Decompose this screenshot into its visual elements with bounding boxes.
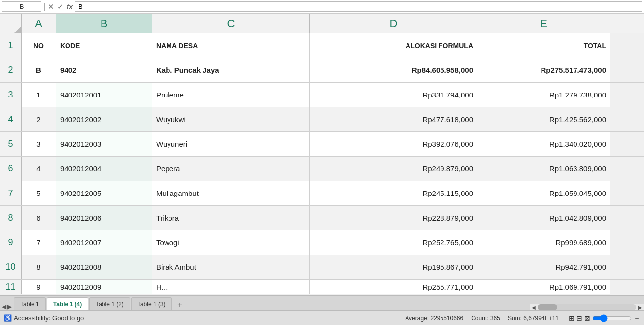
- table-row: 1089402012008Birak AmbutRp195.867,000Rp9…: [0, 255, 644, 280]
- cell-a[interactable]: 3: [22, 132, 56, 156]
- cell-c[interactable]: Trikora: [152, 206, 310, 230]
- cell-a[interactable]: B: [22, 58, 56, 82]
- row-number: 6: [0, 157, 22, 181]
- cell-e[interactable]: Rp1.059.045,000: [477, 181, 610, 205]
- cell-b[interactable]: 9402012009: [56, 280, 152, 294]
- cell-c[interactable]: Muliagambut: [152, 181, 310, 205]
- horizontal-scrollbar[interactable]: ◀ ▶: [530, 304, 644, 310]
- cell-b[interactable]: 9402012006: [56, 206, 152, 230]
- cell-b[interactable]: 9402012002: [56, 107, 152, 131]
- cell-a[interactable]: 7: [22, 230, 56, 255]
- name-box[interactable]: [2, 1, 41, 12]
- sum-stat: Sum: 6,67994E+11: [508, 315, 559, 322]
- cell-e[interactable]: Rp275.517.473,000: [477, 58, 610, 82]
- col-header-e[interactable]: E: [477, 14, 610, 33]
- cell-b[interactable]: 9402012005: [56, 181, 152, 205]
- cell-b[interactable]: 9402012001: [56, 83, 152, 107]
- cell-d[interactable]: Rp249.879,000: [310, 157, 477, 181]
- cell-c[interactable]: NAMA DESA: [152, 33, 310, 58]
- tabs-bar: ◀ ▶ Table 1 Table 1 (4) Table 1 (2) Tabl…: [0, 295, 644, 310]
- cell-e[interactable]: TOTAL: [477, 33, 610, 58]
- cell-a[interactable]: 2: [22, 107, 56, 131]
- cell-a[interactable]: 5: [22, 181, 56, 205]
- table-row: 979402012007TowogiRp252.765,000Rp999.689…: [0, 230, 644, 255]
- cell-b[interactable]: 9402012003: [56, 132, 152, 156]
- col-header-a[interactable]: A: [22, 14, 56, 33]
- cell-a[interactable]: 1: [22, 83, 56, 107]
- cell-c[interactable]: Pruleme: [152, 83, 310, 107]
- row-number: 11: [0, 280, 22, 294]
- cell-a[interactable]: 4: [22, 157, 56, 181]
- row-number: 5: [0, 132, 22, 156]
- cell-d[interactable]: Rp255.771,000: [310, 280, 477, 294]
- scroll-track[interactable]: [538, 304, 636, 310]
- formula-bar: | ✕ ✓ fx: [0, 0, 644, 14]
- cell-c[interactable]: H...: [152, 280, 310, 294]
- cell-c[interactable]: Kab. Puncak Jaya: [152, 58, 310, 82]
- cell-a[interactable]: 8: [22, 255, 56, 279]
- cell-b[interactable]: 9402: [56, 58, 152, 82]
- cell-e[interactable]: Rp1.279.738,000: [477, 83, 610, 107]
- cell-b[interactable]: 9402012008: [56, 255, 152, 279]
- table-row: 869402012006TrikoraRp228.879,000Rp1.042.…: [0, 206, 644, 230]
- cell-b[interactable]: 9402012004: [56, 157, 152, 181]
- page-break-icon[interactable]: ⊠: [584, 314, 590, 322]
- cell-e[interactable]: Rp1.042.809,000: [477, 206, 610, 230]
- cell-a[interactable]: 6: [22, 206, 56, 230]
- scroll-left-icon[interactable]: ◀: [532, 305, 536, 310]
- cell-c[interactable]: Pepera: [152, 157, 310, 181]
- formula-input[interactable]: [75, 1, 642, 12]
- cell-c[interactable]: Wuyuneri: [152, 132, 310, 156]
- cell-e[interactable]: Rp1.069.791,000: [477, 280, 610, 294]
- cell-d[interactable]: ALOKASI FORMULA: [310, 33, 477, 58]
- cell-e[interactable]: Rp1.425.562,000: [477, 107, 610, 131]
- tab-table1-2[interactable]: Table 1 (2): [89, 297, 130, 310]
- table-row: 1NOKODENAMA DESAALOKASI FORMULATOTAL: [0, 33, 644, 58]
- row-number: 10: [0, 255, 22, 279]
- scroll-right-icon[interactable]: ▶: [638, 305, 642, 310]
- table-row: 539402012003WuyuneriRp392.076,000Rp1.340…: [0, 132, 644, 157]
- cell-b[interactable]: KODE: [56, 33, 152, 58]
- row-number: 2: [0, 58, 22, 82]
- table-row: 759402012005MuliagambutRp245.115,000Rp1.…: [0, 181, 644, 206]
- zoom-slider[interactable]: [592, 314, 632, 322]
- cell-d[interactable]: Rp252.765,000: [310, 230, 477, 255]
- cell-e[interactable]: Rp942.791,000: [477, 255, 610, 279]
- cell-d[interactable]: Rp331.794,000: [310, 83, 477, 107]
- col-header-d[interactable]: D: [310, 14, 477, 33]
- page-view-icon[interactable]: ⊟: [576, 314, 582, 322]
- cell-b[interactable]: 9402012007: [56, 230, 152, 255]
- cell-e[interactable]: Rp999.689,000: [477, 230, 610, 255]
- cell-d[interactable]: Rp228.879,000: [310, 206, 477, 230]
- confirm-icon[interactable]: ✓: [57, 2, 64, 11]
- col-header-b[interactable]: B: [56, 14, 152, 33]
- tab-table1-4[interactable]: Table 1 (4): [47, 297, 88, 310]
- cell-e[interactable]: Rp1.340.020,000: [477, 132, 610, 156]
- table-row: 319402012001PrulemeRp331.794,000Rp1.279.…: [0, 83, 644, 107]
- cell-a[interactable]: NO: [22, 33, 56, 58]
- cell-e[interactable]: Rp1.063.809,000: [477, 157, 610, 181]
- tab-next-icon[interactable]: ▶: [7, 303, 12, 310]
- cell-d[interactable]: Rp477.618,000: [310, 107, 477, 131]
- status-stats: Average: 2295510666 Count: 365 Sum: 6,67…: [399, 315, 565, 322]
- tab-table1-3[interactable]: Table 1 (3): [131, 297, 172, 310]
- tab-prev-icon[interactable]: ◀: [2, 303, 6, 310]
- tab-table1[interactable]: Table 1: [14, 297, 46, 310]
- add-sheet-button[interactable]: ＋: [174, 299, 186, 310]
- scroll-thumb[interactable]: [538, 304, 557, 310]
- grid-view-icon[interactable]: ⊞: [569, 314, 575, 322]
- column-headers: A B C D E: [0, 14, 644, 33]
- cell-c[interactable]: Towogi: [152, 230, 310, 255]
- cell-d[interactable]: Rp392.076,000: [310, 132, 477, 156]
- status-bar: ♿ Accessibility: Good to go Average: 229…: [0, 310, 644, 325]
- cancel-icon[interactable]: ✕: [48, 2, 54, 11]
- col-header-c[interactable]: C: [152, 14, 310, 33]
- cell-c[interactable]: Wuyukwi: [152, 107, 310, 131]
- cell-d[interactable]: Rp195.867,000: [310, 255, 477, 279]
- function-icon[interactable]: fx: [67, 2, 73, 11]
- cell-d[interactable]: Rp245.115,000: [310, 181, 477, 205]
- cell-a[interactable]: 9: [22, 280, 56, 294]
- cell-c[interactable]: Birak Ambut: [152, 255, 310, 279]
- zoom-in-icon[interactable]: ＋: [634, 314, 640, 323]
- cell-d[interactable]: Rp84.605.958,000: [310, 58, 477, 82]
